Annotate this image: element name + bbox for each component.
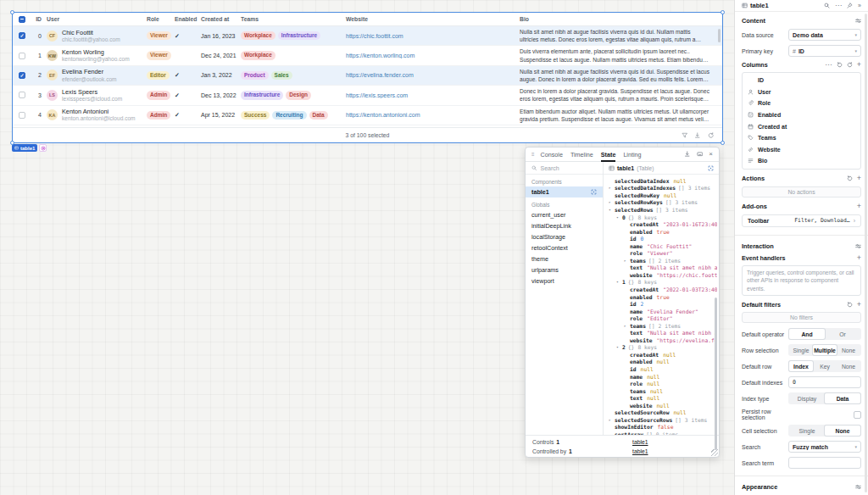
table1-link[interactable]: table1 [632,448,648,454]
cell-role[interactable]: Viewer [147,51,175,59]
table-row[interactable]: 0 CF Chic Foottit chic.foottit@yahoo.com… [13,26,722,46]
cell-website-link[interactable]: https://kenton.worling.com [346,53,520,58]
row-checkbox[interactable] [19,32,25,39]
cell-id[interactable]: 4 [31,112,44,118]
column-header-website[interactable]: Website [346,16,520,22]
export-icon[interactable] [684,151,691,158]
cell-id[interactable]: 3 [31,92,44,98]
state-tree-line[interactable]: ▸ teams [] 2 items [609,257,717,264]
column-list-item[interactable]: Enabled [743,109,860,121]
cell-role[interactable]: Viewer [147,31,175,40]
state-tree-line[interactable]: website "https://evelina.fender.c…" [609,336,717,344]
cell-user[interactable]: LS Lexis Speers lexisspeers@icloud.com [44,88,147,103]
cell-bio[interactable]: Duis viverra elementum ante, placerat so… [520,47,722,63]
cell-created-at[interactable]: Dec 13, 2022 [201,92,241,98]
debug-tab[interactable]: Linting [623,147,641,162]
index-type-segmented[interactable]: DisplayData [788,392,861,404]
resize-handle-top-left[interactable] [10,10,14,14]
cell-role[interactable]: Editor [147,71,175,80]
cell-user[interactable]: KA Kenton Antonioni kenton.antonioni@icl… [44,108,147,122]
close-icon[interactable]: × [709,151,713,158]
column-list-item[interactable]: ID [743,75,860,86]
state-tree-line[interactable]: id null [609,365,717,373]
keyboard-shortcuts-icon[interactable] [697,151,704,158]
state-tree-line[interactable]: text "Nulla sit amet nibh at augu…" [609,329,717,336]
component-tag[interactable]: table1 [12,144,47,152]
state-tree-line[interactable]: selectedSourceRow null [609,409,717,417]
cell-created-at[interactable]: Dec 24, 2021 [201,53,241,58]
state-tree[interactable]: selectedDataIndex null ▸ selectedDataInd… [604,175,719,435]
state-tree-line[interactable]: ▸ selectedDataIndexes [] 3 items [609,185,717,192]
inspector-scrollbar[interactable] [865,14,867,492]
columns-more-icon[interactable]: ⋯ [825,61,832,69]
state-tree-line[interactable]: website null [609,402,717,409]
default-operator-segmented[interactable]: AndOr [788,328,861,340]
segment-option[interactable]: Or [825,329,860,339]
persist-row-selection-checkbox[interactable] [854,411,861,419]
data-source-select[interactable]: Demo data▾ [788,29,861,41]
add-column-icon[interactable]: + [857,61,861,69]
state-tree-line[interactable]: website "https://chic.foottit.com" [609,271,717,279]
state-tree-line[interactable]: selectedDataIndex null [609,177,717,185]
cell-role[interactable]: Admin [147,111,175,120]
cell-teams[interactable]: InfrastructureDesign [241,91,346,99]
more-options-icon[interactable]: ⋯ [835,2,842,9]
debug-tab[interactable]: Console [541,147,563,162]
segment-option[interactable]: And [789,329,825,339]
cell-created-at[interactable]: Jan 16, 2023 [201,33,241,39]
segment-option[interactable]: None [825,425,860,436]
tree-caret-icon[interactable]: ▾ [609,208,615,212]
state-tree-line[interactable]: text null [609,394,717,402]
segment-option[interactable]: Single [789,345,813,355]
column-list-item[interactable]: Bio [743,155,860,167]
cell-created-at[interactable]: Jan 3, 2022 [201,72,241,78]
canvas[interactable]: ID User Role Enabled Created at Teams We… [0,0,734,495]
columns-refresh-icon[interactable] [847,62,853,68]
state-tree-line[interactable]: name null [609,373,717,381]
table1-link[interactable]: table1 [632,439,648,445]
cell-user[interactable]: KW Kenton Worling kentonworling@yahoo.co… [44,48,147,63]
state-tree-line[interactable]: sortArray [] 0 items [609,431,717,435]
state-tree-line[interactable]: name "Evelina Fender" [609,308,717,315]
select-all-checkbox[interactable] [19,16,25,23]
search-icon[interactable] [824,3,830,8]
table1-component[interactable]: ID User Role Enabled Created at Teams We… [13,13,722,142]
state-tree-line[interactable]: enabled null [609,359,717,366]
column-list-item[interactable]: Created at [743,120,860,132]
segment-option[interactable]: Index [789,361,813,371]
section-settings-icon[interactable] [855,243,861,249]
state-tree-line[interactable]: ▾ 1 {} 8 keys [609,279,717,286]
state-tree-line[interactable]: enabled true [609,293,717,301]
debug-tab[interactable]: Timeline [570,147,593,162]
add-filter-icon[interactable]: + [857,301,861,309]
locate-icon[interactable] [708,165,714,171]
cell-user[interactable]: CF Chic Foottit chic.foottit@yahoo.com [44,29,147,43]
add-addon-icon[interactable]: + [857,203,861,210]
section-settings-icon[interactable] [855,484,861,490]
cell-website-link[interactable]: https://evelina.fender.com [346,72,520,78]
table-row[interactable]: 2 EF Evelina Fender efender@outlook.com … [13,66,722,86]
state-nav-global-item[interactable]: localStorage [526,231,603,242]
state-tree-line[interactable]: role "Viewer" [609,249,717,257]
cell-website-link[interactable]: https://chic.foottit.com [346,33,520,39]
column-list-item[interactable]: Website [743,144,860,156]
default-indexes-input[interactable]: 0 [788,376,861,388]
cell-bio[interactable]: Nulla sit amet nibh at augue facilisis v… [520,68,722,83]
cell-teams[interactable]: Workplace [241,51,346,59]
add-action-icon[interactable]: + [857,175,861,182]
filters-reset-icon[interactable] [847,302,853,308]
cell-selection-segmented[interactable]: SingleNone [788,425,861,437]
column-header-role[interactable]: Role [147,16,175,22]
state-tree-line[interactable]: id 0 [609,235,717,242]
actions-reset-icon[interactable] [847,175,853,181]
column-list-item[interactable]: User [743,86,860,98]
resize-handle-bottom-right[interactable] [721,141,725,145]
cell-bio[interactable]: Nulla sit amet nibh at augue facilisis v… [520,28,722,43]
column-header-bio[interactable]: Bio [520,16,722,22]
collapse-panel-icon[interactable]: » [858,3,861,8]
cell-teams[interactable]: WorkplaceInfrastructure [241,31,346,40]
add-event-handler-icon[interactable]: + [857,254,861,262]
section-settings-icon[interactable] [855,18,861,24]
cell-enabled[interactable] [175,111,201,119]
tree-caret-icon[interactable]: ▾ [616,280,622,284]
